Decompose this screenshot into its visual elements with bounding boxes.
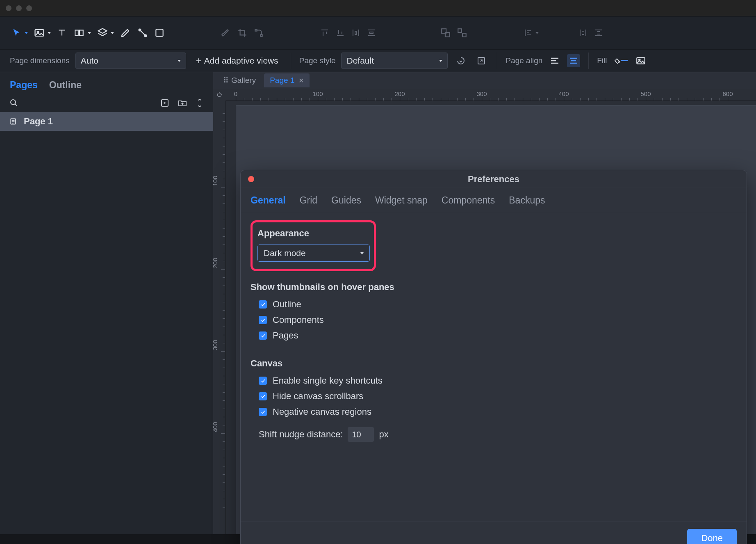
tab-page1[interactable]: Page 1 ✕: [264, 73, 310, 87]
nudge-unit: px: [379, 429, 388, 440]
page-dimensions-select[interactable]: Auto: [75, 53, 186, 69]
ruler-tick-label: 400: [213, 421, 219, 433]
distribute-h-icon: [351, 28, 361, 38]
text-tool[interactable]: [57, 27, 67, 38]
preferences-tabs: General Grid Guides Widget snap Componen…: [241, 188, 747, 212]
appearance-select[interactable]: Dark mode: [257, 245, 370, 262]
chevron-down-icon[interactable]: [88, 32, 91, 34]
svg-point-16: [11, 100, 16, 105]
preferences-dialog: Preferences General Grid Guides Widget s…: [240, 170, 747, 544]
left-panel: Pages Outline: [0, 72, 213, 544]
traffic-zoom-icon[interactable]: [26, 5, 32, 11]
fill-label: Fill: [597, 56, 607, 65]
document-tabs: ⠿ Gallery Page 1 ✕: [213, 72, 756, 89]
page-dimensions-label: Page dimensions: [10, 56, 70, 65]
search-icon[interactable]: [9, 98, 19, 108]
nudge-label: Shift nudge distance:: [259, 429, 343, 440]
ruler-origin-icon[interactable]: [213, 89, 225, 101]
distribute-v-icon: [367, 28, 376, 38]
ruler-tick-label: 200: [213, 257, 219, 269]
page-dimensions-value: Auto: [81, 56, 98, 66]
traffic-close-icon[interactable]: [6, 5, 11, 11]
checkbox-single-key[interactable]: Enable single key shortcuts: [250, 373, 737, 389]
align-left-button[interactable]: [548, 54, 561, 67]
checkbox-checked-icon: [259, 300, 267, 309]
align-bottom-icon: [335, 28, 345, 38]
appearance-section-highlight: Appearance Dark mode: [250, 220, 376, 271]
page-icon: [9, 117, 17, 126]
prefs-tab-guides[interactable]: Guides: [331, 195, 361, 206]
checkbox-hide-scrollbars[interactable]: Hide canvas scrollbars: [250, 389, 737, 404]
done-button[interactable]: Done: [687, 529, 737, 544]
ruler-tick-label: 100: [213, 175, 219, 187]
more-dist-icon: [594, 28, 603, 38]
tab-gallery[interactable]: ⠿ Gallery: [217, 73, 262, 88]
dialog-close-icon[interactable]: [248, 176, 254, 182]
sort-icon[interactable]: [195, 98, 204, 108]
checkbox-checked-icon: [259, 316, 267, 324]
chevron-down-icon[interactable]: [111, 32, 114, 34]
nudge-input[interactable]: [348, 427, 374, 442]
fill-image-icon[interactable]: [633, 53, 648, 68]
page-settings-bar: Page dimensions Auto + Add adaptive view…: [0, 49, 756, 72]
connector-tool[interactable]: [137, 27, 148, 39]
align-center-button[interactable]: [567, 54, 580, 67]
layout-tool[interactable]: [73, 27, 91, 38]
page-style-select[interactable]: Default: [341, 53, 448, 69]
ruler-tick-label: 300: [213, 339, 219, 351]
vector-tool-icon: [253, 27, 264, 38]
svg-rect-7: [255, 29, 257, 31]
page-row-page1[interactable]: Page 1: [0, 112, 213, 131]
svg-rect-0: [35, 30, 44, 36]
prefs-tab-grid[interactable]: Grid: [300, 195, 317, 206]
chevron-down-icon[interactable]: [48, 32, 51, 34]
checkbox-components[interactable]: Components: [250, 312, 737, 328]
pen-tool[interactable]: [120, 27, 131, 39]
chevron-down-icon: [178, 60, 181, 62]
checkbox-pages[interactable]: Pages: [250, 328, 737, 343]
traffic-minimize-icon[interactable]: [16, 5, 22, 11]
add-folder-icon[interactable]: [177, 98, 188, 108]
brush-tool-icon: [221, 27, 231, 38]
chevron-down-icon[interactable]: [25, 32, 28, 34]
checkbox-outline[interactable]: Outline: [250, 297, 737, 312]
grid-icon: ⠿: [223, 76, 230, 85]
frame-tool[interactable]: [154, 27, 165, 38]
prefs-tab-backups[interactable]: Backups: [509, 195, 545, 206]
prefs-tab-general[interactable]: General: [250, 195, 286, 206]
main-toolbar: [0, 16, 756, 49]
add-adaptive-views-button[interactable]: + Add adaptive views: [192, 53, 282, 68]
close-icon[interactable]: ✕: [298, 77, 304, 85]
prefs-tab-components[interactable]: Components: [442, 195, 495, 206]
ungroup-icon: [457, 27, 467, 38]
svg-rect-14: [637, 57, 645, 64]
traffic-lights: [6, 5, 32, 11]
page-align-label: Page align: [506, 56, 542, 65]
fill-bucket-icon[interactable]: [613, 53, 628, 68]
canvas-label: Canvas: [250, 358, 737, 369]
window-titlebar: [0, 0, 756, 16]
select-tool[interactable]: [11, 27, 28, 38]
add-page-icon[interactable]: [160, 98, 170, 108]
page-expand-icon[interactable]: [474, 53, 489, 68]
prefs-tab-widget-snap[interactable]: Widget snap: [375, 195, 428, 206]
tab-pages[interactable]: Pages: [10, 80, 38, 91]
appearance-label: Appearance: [257, 228, 369, 239]
svg-point-5: [145, 35, 147, 37]
crop-tool-icon: [237, 27, 248, 38]
checkbox-checked-icon: [259, 392, 267, 400]
group-icon: [440, 27, 451, 38]
dialog-title: Preferences: [468, 174, 519, 185]
image-tool[interactable]: [34, 27, 51, 39]
chevron-down-icon: [439, 60, 442, 62]
checkbox-checked-icon: [259, 331, 267, 340]
page-style-value: Default: [346, 56, 374, 66]
layers-tool[interactable]: [97, 27, 114, 39]
checkbox-negative-regions[interactable]: Negative canvas regions: [250, 404, 737, 420]
ruler-vertical[interactable]: 100200300400: [213, 101, 225, 544]
align-top-icon: [320, 28, 330, 38]
ruler-horizontal[interactable]: 0100200300400500600: [225, 89, 756, 101]
tab-outline[interactable]: Outline: [49, 80, 82, 91]
page-enter-icon[interactable]: [453, 53, 468, 68]
svg-rect-6: [156, 29, 163, 36]
